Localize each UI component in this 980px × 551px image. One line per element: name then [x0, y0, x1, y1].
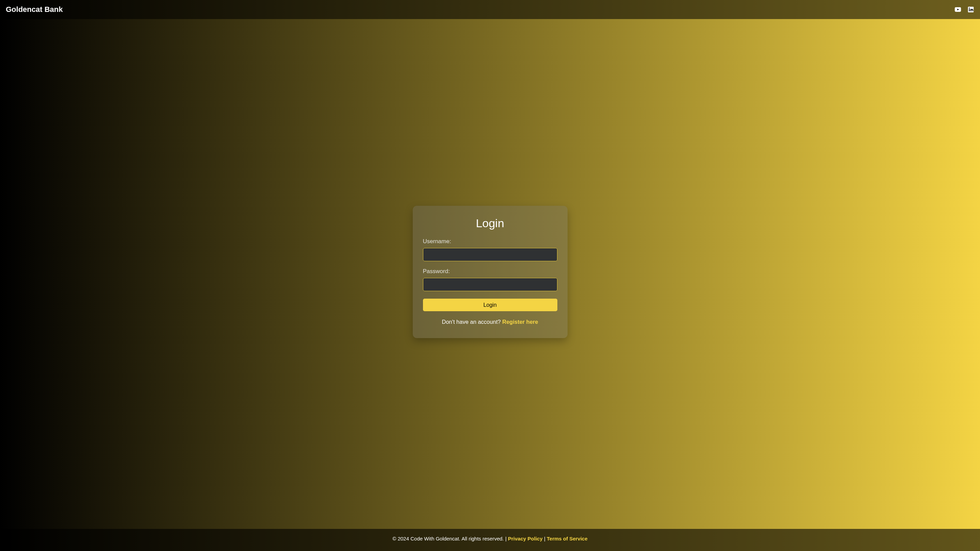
login-title: Login: [423, 217, 557, 230]
svg-rect-3: [969, 8, 970, 9]
signup-prompt-text: Don't have an account?: [442, 319, 502, 325]
youtube-icon[interactable]: [955, 6, 961, 13]
main-area: Login Username: Password: Login Don't ha…: [0, 19, 980, 529]
login-card: Login Username: Password: Login Don't ha…: [413, 206, 568, 338]
username-group: Username:: [423, 238, 557, 261]
svg-rect-2: [969, 9, 970, 11]
terms-of-service-link[interactable]: Terms of Service: [547, 536, 588, 541]
footer-sep-1: |: [504, 536, 508, 541]
register-link[interactable]: Register here: [502, 319, 538, 325]
password-group: Password:: [423, 268, 557, 291]
privacy-policy-link[interactable]: Privacy Policy: [508, 536, 543, 541]
password-label: Password:: [423, 268, 557, 275]
footer-sep-2: |: [543, 536, 547, 541]
brand-title: Goldencat Bank: [6, 5, 63, 14]
app-footer: © 2024 Code With Goldencat. All rights r…: [0, 529, 980, 551]
username-input[interactable]: [423, 248, 557, 261]
username-label: Username:: [423, 238, 557, 245]
signup-hint: Don't have an account? Register here: [423, 319, 557, 325]
header-icon-group: [955, 6, 974, 13]
footer-copyright: © 2024 Code With Goldencat. All rights r…: [392, 536, 504, 541]
login-button[interactable]: Login: [423, 299, 557, 311]
app-header: Goldencat Bank: [0, 0, 980, 19]
password-input[interactable]: [423, 278, 557, 291]
linkedin-icon[interactable]: [967, 6, 974, 13]
